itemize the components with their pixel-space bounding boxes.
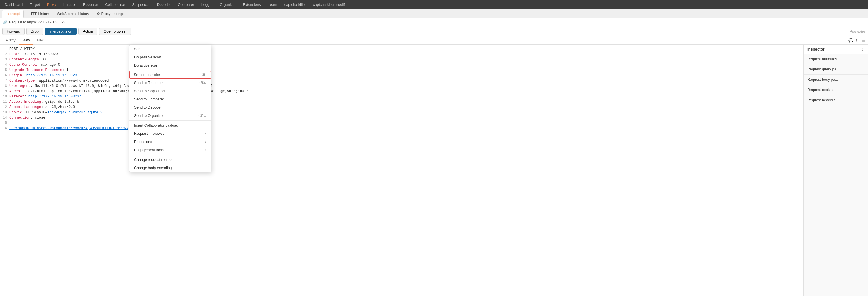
menu-item-label: Insert Collaborator payload [134,123,178,127]
drop-button[interactable]: Drop [26,28,43,35]
subtab-intercept[interactable]: Intercept [2,10,24,18]
subtab-http-history[interactable]: HTTP history [24,10,53,18]
menu-divider [129,155,211,155]
menu-icon[interactable]: ☰ [862,38,866,43]
line-content: Referer: http://172.16.19.1:30023/ [9,94,801,99]
main-area: 1POST / HTTP/1.12Host: 172.16.19.1:30023… [0,45,868,296]
line-content: POST / HTTP/1.1 [9,47,801,52]
inspector-item[interactable]: Request body pa... [804,75,868,85]
menu-item-send-to-sequencer[interactable]: Send to Sequencer [129,87,211,95]
menu-item-label: Request in browser [134,131,166,136]
menu-item-extensions[interactable]: Extensions› [129,138,211,146]
line-number: 11 [2,99,7,105]
inspector-collapse-icon[interactable]: ⟩⟩ [862,47,865,51]
nav-decoder[interactable]: Decoder [153,0,174,9]
link-icon: 🔗 [3,20,7,24]
menu-item-send-to-decoder[interactable]: Send to Decoder [129,103,211,112]
request-line: 14Connection: close [2,115,801,120]
nav-extensions[interactable]: Extensions [240,0,265,9]
nav-dashboard[interactable]: Dashboard [1,0,26,9]
nav-target[interactable]: Target [26,0,43,9]
menu-item-label: Send to Decoder [134,106,162,110]
menu-item-label: Send to Organizer [134,114,164,118]
nav-collaborator[interactable]: Collaborator [101,0,128,9]
nav-captcha-killer[interactable]: captcha-killer [281,0,310,9]
line-content: Host: 172.16.19.1:30023 [9,52,801,57]
nav-repeater[interactable]: Repeater [80,0,101,9]
nav-comparer[interactable]: Comparer [174,0,198,9]
add-notes-placeholder[interactable]: Add notes [850,29,866,33]
menu-item-do-passive-scan[interactable]: Do passive scan [129,53,211,61]
nav-learn[interactable]: Learn [265,0,281,9]
top-nav: Dashboard Target Proxy Intruder Repeater… [0,0,868,9]
menu-item-label: Change body encoding [134,166,172,170]
line-content [9,120,801,126]
menu-item-do-active-scan[interactable]: Do active scan [129,61,211,69]
request-line: 9Accept: text/html,application/xhtml+xml… [2,89,801,94]
inspector-item[interactable]: Request attributes [804,54,868,64]
menu-shortcut: ^⌘O [199,114,206,118]
view-tab-icons: 💬 ⌇n ☰ [848,38,866,43]
menu-item-request-in-browser[interactable]: Request in browser› [129,129,211,138]
nav-captcha-killer-modified[interactable]: captcha-killer-modified [309,0,353,9]
line-number: 5 [2,67,7,73]
inspector-item[interactable]: Request headers [804,95,868,106]
gear-icon: ⚙ [97,12,100,16]
line-content: username=admin&password=admin&code=64gw9… [9,126,801,131]
menu-item-send-to-comparer[interactable]: Send to Comparer [129,95,211,103]
menu-item-label: Do active scan [134,63,158,67]
request-line: 5Upgrade-Insecure-Requests: 1 [2,67,801,73]
subtab-websockets-history[interactable]: WebSockets history [53,10,92,18]
line-content: Content-Type: application/x-www-form-url… [9,78,801,83]
subtab-proxy-settings[interactable]: ⚙ Proxy settings [93,10,128,18]
menu-item-label: Extensions [134,140,152,144]
line-content: Accept-Language: zh-CN,zh;q=0.9 [9,105,801,110]
tab-hex[interactable]: Hex [33,36,47,45]
chat-icon: 💬 [848,38,853,43]
line-content: User-Agent: Mozilla/5.0 (Windows NT 10.0… [9,83,801,89]
line-number: 2 [2,52,7,57]
tab-pretty[interactable]: Pretty [2,36,19,45]
menu-item-label: Engagement tools [134,148,164,152]
tab-raw[interactable]: Raw [19,36,34,45]
menu-item-label: Do passive scan [134,55,161,59]
request-line: 2Host: 172.16.19.1:30023 [2,52,801,57]
nav-intruder[interactable]: Intruder [60,0,80,9]
menu-item-label: Change request method [134,158,174,162]
line-number: 16 [2,126,7,131]
request-line: 11Accept-Encoding: gzip, deflate, br [2,99,801,105]
intercept-on-button[interactable]: Intercept is on [45,28,77,35]
menu-item-engagement-tools[interactable]: Engagement tools› [129,146,211,154]
menu-item-change-body-encoding[interactable]: Change body encoding [129,164,211,172]
open-browser-button[interactable]: Open browser [99,28,131,35]
wordwrap-icon[interactable]: ⌇n [856,38,860,42]
request-editor[interactable]: 1POST / HTTP/1.12Host: 172.16.19.1:30023… [0,45,803,296]
submenu-arrow-icon: › [205,140,206,144]
line-number: 3 [2,57,7,62]
menu-item-change-request-method[interactable]: Change request method [129,156,211,164]
forward-button[interactable]: Forward [2,28,25,35]
line-number: 9 [2,89,7,94]
nav-organizer[interactable]: Organizer [216,0,240,9]
menu-item-scan[interactable]: Scan [129,45,211,53]
menu-item-send-to-repeater[interactable]: Send to Repeater^⌘R [129,79,211,87]
menu-item-send-to-organizer[interactable]: Send to Organizer^⌘O [129,112,211,120]
line-number: 7 [2,78,7,83]
inspector-item[interactable]: Request cookies [804,85,868,95]
line-content: Connection: close [9,115,801,120]
request-line: 3Content-Length: 66 [2,57,801,62]
inspector-item[interactable]: Request query pa... [804,64,868,75]
request-line: 13Cookie: PHPSESSID=lciv4ujakud5kumeuhui… [2,110,801,115]
line-number: 10 [2,94,7,99]
nav-sequencer[interactable]: Sequencer [128,0,153,9]
inspector-items: Request attributesRequest query pa...Req… [804,54,868,106]
action-button[interactable]: Action [79,28,97,35]
menu-item-send-to-intruder[interactable]: Send to Intruder^⌘I [129,71,211,79]
view-tabs: Pretty Raw Hex 💬 ⌇n ☰ [0,36,868,45]
menu-item-label: Send to Repeater [134,81,163,85]
menu-item-insert-collaborator-payload[interactable]: Insert Collaborator payload [129,121,211,129]
proxy-settings-label: Proxy settings [101,12,124,16]
line-number: 6 [2,73,7,78]
nav-logger[interactable]: Logger [198,0,216,9]
nav-proxy[interactable]: Proxy [43,0,60,9]
